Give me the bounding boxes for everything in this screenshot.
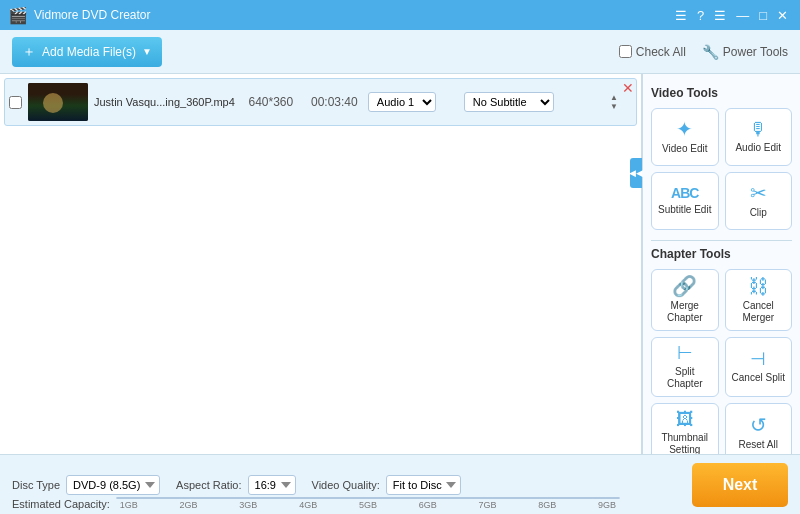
video-edit-label: Video Edit xyxy=(662,143,707,155)
capacity-bar-container: 1GB 2GB 3GB 4GB 5GB 6GB 7GB 8GB 9GB xyxy=(116,497,620,510)
split-chapter-icon: ⊢ xyxy=(677,344,693,362)
audio-select[interactable]: Audio 1 Audio 2 xyxy=(368,92,436,112)
file-name: Justin Vasqu...ing_360P.mp4 xyxy=(94,96,235,108)
capacity-bar xyxy=(116,497,620,499)
subtitle-edit-button[interactable]: ABC Subtitle Edit xyxy=(651,172,719,230)
toolbar: ＋ Add Media File(s) ▼ Check All 🔧 Power … xyxy=(0,30,800,74)
maximize-btn[interactable]: □ xyxy=(759,8,767,23)
file-order-arrows: ▲ ▼ xyxy=(610,94,618,111)
capacity-row: Estimated Capacity: 1GB 2GB 3GB 4GB 5GB … xyxy=(12,497,620,510)
subtitle-edit-label: Subtitle Edit xyxy=(658,204,711,216)
row-checkbox[interactable] xyxy=(9,96,22,109)
reset-all-button[interactable]: ↺ Reset All xyxy=(725,403,793,454)
aspect-ratio-label: Aspect Ratio: xyxy=(176,479,241,491)
chapter-tools-title: Chapter Tools xyxy=(651,247,792,261)
window-controls: ☰ ? ☰ — □ ✕ xyxy=(675,8,788,23)
disc-type-select[interactable]: DVD-9 (8.5G) DVD-5 (4.7G) Blu-ray 25G Bl… xyxy=(66,475,160,495)
add-media-dropdown-arrow: ▼ xyxy=(142,46,152,57)
chapter-tools-grid: 🔗 Merge Chapter ⛓ Cancel Merger ⊢ Split … xyxy=(651,269,792,454)
file-subtitle-select-wrap: No Subtitle Add Subtitle xyxy=(464,92,554,112)
check-all-checkbox[interactable] xyxy=(619,45,632,58)
merge-chapter-label: Merge Chapter xyxy=(656,300,714,324)
settings-icon[interactable]: ☰ xyxy=(714,8,726,23)
main-content: Justin Vasqu...ing_360P.mp4 640*360 00:0… xyxy=(0,74,800,454)
video-quality-field: Video Quality: Fit to Disc High Medium L… xyxy=(312,475,461,495)
file-list: Justin Vasqu...ing_360P.mp4 640*360 00:0… xyxy=(0,74,642,454)
right-panel-collapse-button[interactable]: ◀◀ xyxy=(630,158,642,188)
cancel-merger-label: Cancel Merger xyxy=(730,300,788,324)
clip-label: Clip xyxy=(750,207,767,219)
add-media-label: Add Media File(s) xyxy=(42,45,136,59)
disc-type-field: Disc Type DVD-9 (8.5G) DVD-5 (4.7G) Blu-… xyxy=(12,475,160,495)
tick-7gb: 7GB xyxy=(478,500,496,510)
audio-edit-button[interactable]: 🎙 Audio Edit xyxy=(725,108,793,166)
power-tools-label: Power Tools xyxy=(723,45,788,59)
video-edit-button[interactable]: ✦ Video Edit xyxy=(651,108,719,166)
video-tools-title: Video Tools xyxy=(651,86,792,100)
thumbnail-setting-button[interactable]: 🖼 Thumbnail Setting xyxy=(651,403,719,454)
file-thumbnail xyxy=(28,83,88,121)
check-all-label[interactable]: Check All xyxy=(636,45,686,59)
capacity-label: Estimated Capacity: xyxy=(12,498,110,510)
power-tools-button[interactable]: 🔧 Power Tools xyxy=(702,44,788,60)
split-chapter-button[interactable]: ⊢ Split Chapter xyxy=(651,337,719,397)
capacity-ticks: 1GB 2GB 3GB 4GB 5GB 6GB 7GB 8GB 9GB xyxy=(116,500,620,510)
disc-type-label: Disc Type xyxy=(12,479,60,491)
video-tools-grid: ✦ Video Edit 🎙 Audio Edit ABC Subtitle E… xyxy=(651,108,792,230)
file-audio-select-wrap: Audio 1 Audio 2 xyxy=(368,92,458,112)
video-edit-icon: ✦ xyxy=(676,119,693,139)
tick-4gb: 4GB xyxy=(299,500,317,510)
add-media-button[interactable]: ＋ Add Media File(s) ▼ xyxy=(12,37,162,67)
check-all-area: Check All xyxy=(619,45,686,59)
subtitle-select[interactable]: No Subtitle Add Subtitle xyxy=(464,92,554,112)
aspect-ratio-select[interactable]: 16:9 4:3 xyxy=(248,475,296,495)
wrench-icon: 🔧 xyxy=(702,44,719,60)
audio-edit-label: Audio Edit xyxy=(735,142,781,154)
aspect-ratio-field: Aspect Ratio: 16:9 4:3 xyxy=(176,475,295,495)
help-icon[interactable]: ? xyxy=(697,8,704,23)
cancel-merger-icon: ⛓ xyxy=(748,276,768,296)
tick-2gb: 2GB xyxy=(180,500,198,510)
video-tools-section: Video Tools ✦ Video Edit 🎙 Audio Edit AB… xyxy=(651,86,792,230)
minimize-btn[interactable]: — xyxy=(736,8,749,23)
table-row: Justin Vasqu...ing_360P.mp4 640*360 00:0… xyxy=(4,78,637,126)
audio-edit-icon: 🎙 xyxy=(749,120,767,138)
subtitle-edit-icon: ABC xyxy=(671,186,698,200)
tick-3gb: 3GB xyxy=(239,500,257,510)
tick-1gb: 1GB xyxy=(120,500,138,510)
move-down-button[interactable]: ▼ xyxy=(610,103,618,111)
cancel-split-icon: ⊣ xyxy=(750,350,766,368)
video-quality-label: Video Quality: xyxy=(312,479,380,491)
split-chapter-label: Split Chapter xyxy=(656,366,714,390)
clip-button[interactable]: ✂ Clip xyxy=(725,172,793,230)
bottom-bar: Disc Type DVD-9 (8.5G) DVD-5 (4.7G) Blu-… xyxy=(0,454,800,514)
right-panel: Video Tools ✦ Video Edit 🎙 Audio Edit AB… xyxy=(642,74,800,454)
move-up-button[interactable]: ▲ xyxy=(610,94,618,102)
title-bar: 🎬 Vidmore DVD Creator ☰ ? ☰ — □ ✕ xyxy=(0,0,800,30)
add-media-icon: ＋ xyxy=(22,43,36,61)
cancel-split-button[interactable]: ⊣ Cancel Split xyxy=(725,337,793,397)
menu-icon[interactable]: ☰ xyxy=(675,8,687,23)
merge-chapter-icon: 🔗 xyxy=(672,276,697,296)
cancel-merger-button[interactable]: ⛓ Cancel Merger xyxy=(725,269,793,331)
app-title: Vidmore DVD Creator xyxy=(34,8,150,22)
clip-icon: ✂ xyxy=(750,183,767,203)
chapter-tools-section: Chapter Tools 🔗 Merge Chapter ⛓ Cancel M… xyxy=(651,247,792,454)
thumbnail-setting-label: Thumbnail Setting xyxy=(656,432,714,454)
reset-all-label: Reset All xyxy=(739,439,778,451)
merge-chapter-button[interactable]: 🔗 Merge Chapter xyxy=(651,269,719,331)
tick-9gb: 9GB xyxy=(598,500,616,510)
file-duration: 00:03:40 xyxy=(307,95,362,109)
tick-8gb: 8GB xyxy=(538,500,556,510)
close-btn[interactable]: ✕ xyxy=(777,8,788,23)
tick-6gb: 6GB xyxy=(419,500,437,510)
thumbnail-setting-icon: 🖼 xyxy=(676,410,694,428)
file-resolution: 640*360 xyxy=(241,95,301,109)
video-quality-select[interactable]: Fit to Disc High Medium Low xyxy=(386,475,461,495)
cancel-split-label: Cancel Split xyxy=(732,372,785,384)
next-button[interactable]: Next xyxy=(692,463,788,507)
reset-all-icon: ↺ xyxy=(750,415,767,435)
section-divider xyxy=(651,240,792,241)
file-close-button[interactable]: ✕ xyxy=(622,81,634,95)
app-icon: 🎬 xyxy=(8,6,28,25)
